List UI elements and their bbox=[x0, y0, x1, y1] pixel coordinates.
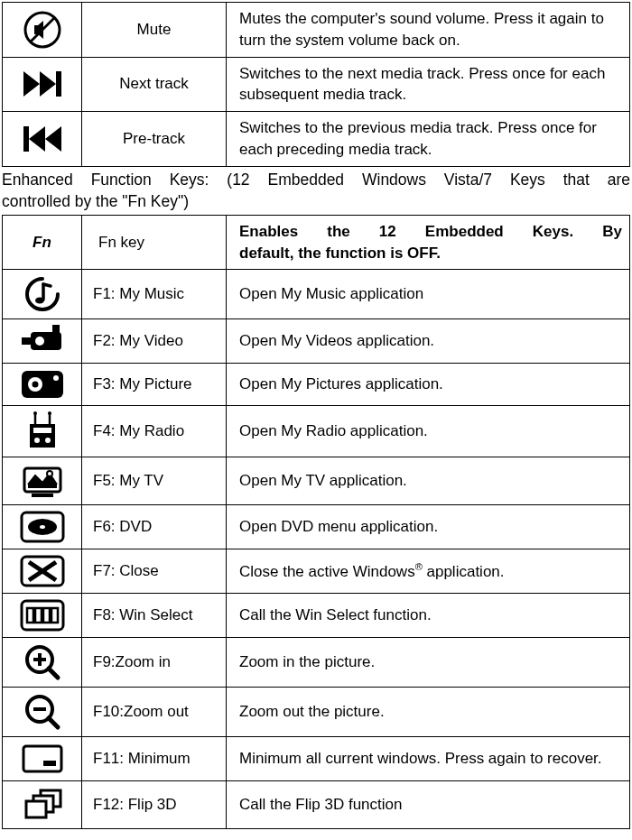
key-description: Open DVD menu application. bbox=[227, 505, 630, 549]
key-label: F5: My TV bbox=[82, 457, 227, 505]
key-description: Open My Music application bbox=[227, 270, 630, 319]
svg-rect-43 bbox=[43, 761, 56, 766]
svg-line-38 bbox=[49, 669, 58, 678]
table-row: F6: DVD Open DVD menu application. bbox=[3, 505, 630, 549]
key-description: Open My Videos application. bbox=[227, 319, 630, 364]
key-label: Pre-track bbox=[82, 112, 227, 167]
key-label: F8: Win Select bbox=[82, 594, 227, 638]
key-description: Zoom in the picture. bbox=[227, 638, 630, 688]
key-description: Call the Win Select function. bbox=[227, 594, 630, 638]
key-label: F6: DVD bbox=[82, 505, 227, 549]
tv-icon bbox=[3, 457, 82, 505]
key-description: Switches to the previous media track. Pr… bbox=[227, 112, 630, 167]
key-description: Call the Flip 3D function bbox=[227, 781, 630, 829]
svg-rect-33 bbox=[43, 608, 50, 623]
svg-rect-13 bbox=[30, 424, 55, 448]
key-label: F10:Zoom out bbox=[82, 688, 227, 737]
svg-point-20 bbox=[48, 411, 51, 415]
svg-rect-32 bbox=[35, 608, 42, 623]
svg-rect-14 bbox=[33, 428, 51, 433]
key-description: Switches to the next media track. Press … bbox=[227, 57, 630, 112]
svg-point-12 bbox=[53, 375, 59, 381]
minimize-icon bbox=[3, 737, 82, 781]
table-row: F11: Minimum Minimum all current windows… bbox=[3, 737, 630, 781]
svg-rect-31 bbox=[27, 608, 33, 623]
radio-icon bbox=[3, 406, 82, 457]
svg-rect-8 bbox=[52, 325, 60, 334]
mute-icon bbox=[3, 3, 82, 58]
svg-point-18 bbox=[33, 411, 37, 415]
key-label: Next track bbox=[82, 57, 227, 112]
next-track-icon bbox=[3, 57, 82, 112]
table-row: F12: Flip 3D Call the Flip 3D function bbox=[3, 781, 630, 829]
svg-rect-34 bbox=[51, 608, 58, 623]
table-row: F5: My TV Open My TV application. bbox=[3, 457, 630, 505]
fn-keys-table: Fn Fn key Enables the 12 Embedded Keys. … bbox=[2, 215, 630, 830]
table-row: Pre-track Switches to the previous media… bbox=[3, 112, 630, 167]
fn-key-header: Fn key bbox=[82, 215, 227, 270]
table-row: F9:Zoom in Zoom in the picture. bbox=[3, 638, 630, 688]
key-label: F3: My Picture bbox=[82, 364, 227, 406]
table-row: F7: Close Close the active Windows® appl… bbox=[3, 549, 630, 594]
svg-point-22 bbox=[47, 471, 52, 476]
zoom-out-icon bbox=[3, 688, 82, 737]
svg-point-11 bbox=[32, 382, 38, 388]
svg-line-41 bbox=[49, 718, 58, 727]
key-label: F12: Flip 3D bbox=[82, 781, 227, 829]
fn-desc-header: Enables the 12 Embedded Keys. By default… bbox=[227, 215, 630, 270]
svg-rect-42 bbox=[23, 746, 61, 771]
fn-header-row: Fn Fn key Enables the 12 Embedded Keys. … bbox=[3, 215, 630, 270]
video-icon bbox=[3, 319, 82, 364]
table-row: F8: Win Select Call the Win Select funct… bbox=[3, 594, 630, 638]
flip-3d-icon bbox=[3, 781, 82, 829]
key-description: Open My TV application. bbox=[227, 457, 630, 505]
key-label: Mute bbox=[82, 3, 227, 58]
key-description: Mutes the computer's sound volume. Press… bbox=[227, 3, 630, 58]
key-label: F1: My Music bbox=[82, 270, 227, 319]
svg-rect-23 bbox=[32, 494, 53, 497]
key-description: Open My Pictures application. bbox=[227, 364, 630, 406]
key-description: Minimum all current windows. Press again… bbox=[227, 737, 630, 781]
table-row: F1: My Music Open My Music application bbox=[3, 270, 630, 319]
svg-point-15 bbox=[34, 438, 40, 443]
key-description: Open My Radio application. bbox=[227, 406, 630, 457]
key-label: F2: My Video bbox=[82, 319, 227, 364]
zoom-in-icon bbox=[3, 638, 82, 688]
key-label: F7: Close bbox=[82, 549, 227, 594]
table-row: F2: My Video Open My Videos application. bbox=[3, 319, 630, 364]
win-select-icon bbox=[3, 594, 82, 638]
svg-point-26 bbox=[40, 525, 45, 529]
table-row: F3: My Picture Open My Pictures applicat… bbox=[3, 364, 630, 406]
key-label: F4: My Radio bbox=[82, 406, 227, 457]
svg-point-4 bbox=[35, 298, 44, 304]
table-row: F4: My Radio Open My Radio application. bbox=[3, 406, 630, 457]
music-icon bbox=[3, 270, 82, 319]
key-label: F9:Zoom in bbox=[82, 638, 227, 688]
table-row: Mute Mutes the computer's sound volume. … bbox=[3, 3, 630, 58]
picture-icon bbox=[3, 364, 82, 406]
key-label: F11: Minimum bbox=[82, 737, 227, 781]
close-icon bbox=[3, 549, 82, 594]
svg-rect-7 bbox=[22, 337, 31, 345]
media-keys-table: Mute Mutes the computer's sound volume. … bbox=[2, 2, 630, 167]
svg-rect-2 bbox=[56, 71, 61, 97]
fn-caption-line2: controlled by the "Fn Key") bbox=[2, 190, 630, 215]
svg-rect-3 bbox=[23, 126, 29, 152]
key-description: Close the active Windows® application. bbox=[227, 549, 630, 594]
table-row: Next track Switches to the next media tr… bbox=[3, 57, 630, 112]
table-row: F10:Zoom out Zoom out the picture. bbox=[3, 688, 630, 737]
fn-label: Fn bbox=[3, 215, 82, 270]
svg-point-16 bbox=[45, 438, 51, 443]
svg-point-6 bbox=[35, 337, 44, 346]
dvd-icon bbox=[3, 505, 82, 549]
key-description: Zoom out the picture. bbox=[227, 688, 630, 737]
svg-rect-21 bbox=[24, 468, 60, 492]
fn-caption-line1: Enhanced Function Keys: (12 Embedded Win… bbox=[2, 167, 630, 191]
prev-track-icon bbox=[3, 112, 82, 167]
